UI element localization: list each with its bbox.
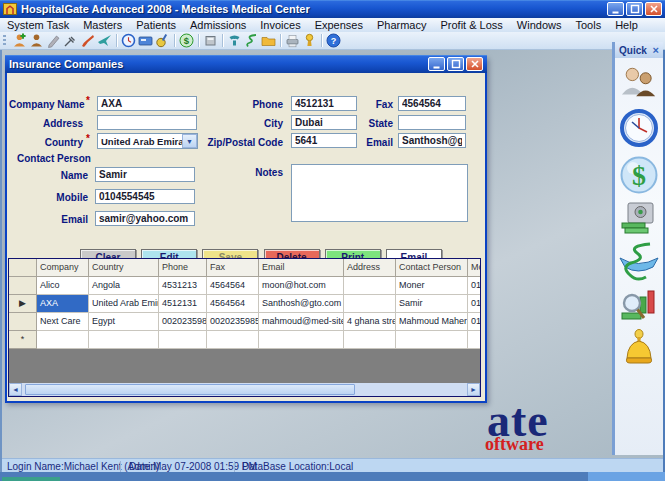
state-input[interactable] bbox=[398, 115, 466, 130]
grid-column-header-email[interactable]: Email bbox=[259, 259, 344, 277]
scroll-right-arrow-icon[interactable]: ► bbox=[467, 383, 480, 396]
grid-cell[interactable]: mahmoud@med-sites.com bbox=[259, 313, 344, 331]
grid-column-header-company[interactable]: Company bbox=[37, 259, 89, 277]
grid-cell[interactable]: Mahmoud Maher Emam bbox=[396, 313, 468, 331]
window-minimize-button[interactable] bbox=[607, 2, 624, 16]
chevron-down-icon[interactable]: ▼ bbox=[182, 134, 197, 148]
window-close-button[interactable] bbox=[645, 2, 662, 16]
quick-reports-icon[interactable] bbox=[619, 289, 659, 321]
grid-column-header-country[interactable]: Country bbox=[89, 259, 159, 277]
contact-email-input[interactable] bbox=[95, 211, 195, 226]
grid-cell-empty[interactable] bbox=[89, 331, 159, 349]
phone-input[interactable] bbox=[291, 96, 357, 111]
grid-cell[interactable]: Samir bbox=[396, 295, 468, 313]
dialog-minimize-button[interactable] bbox=[428, 57, 445, 71]
window-maximize-button[interactable] bbox=[626, 2, 643, 16]
grid-cell[interactable]: 00202359855 bbox=[159, 313, 207, 331]
menu-item-patients[interactable]: Patients bbox=[129, 19, 183, 31]
quick-clock-icon[interactable] bbox=[619, 107, 659, 149]
grid-cell-empty[interactable] bbox=[37, 331, 89, 349]
notes-textarea[interactable] bbox=[291, 164, 468, 222]
toolbar-beds-icon[interactable] bbox=[137, 33, 154, 49]
address-input[interactable] bbox=[97, 115, 197, 130]
grid-cell[interactable] bbox=[344, 277, 396, 295]
zip-postal-code-input[interactable] bbox=[291, 133, 357, 148]
country-select[interactable]: United Arab Emirates ▼ bbox=[97, 133, 198, 149]
grid-cell[interactable]: Next Care bbox=[37, 313, 89, 331]
grid-cell[interactable]: Alico bbox=[37, 277, 89, 295]
toolbar-grip[interactable] bbox=[3, 35, 6, 47]
grid-row-selector[interactable] bbox=[9, 313, 37, 331]
grid-horizontal-scrollbar[interactable]: ◄ ► bbox=[9, 383, 480, 396]
toolbar-edit-icon[interactable] bbox=[45, 33, 62, 49]
dialog-maximize-button[interactable] bbox=[447, 57, 464, 71]
quick-cashbox-icon[interactable] bbox=[619, 201, 659, 235]
menu-item-expenses[interactable]: Expenses bbox=[308, 19, 370, 31]
grid-cell-empty[interactable] bbox=[344, 331, 396, 349]
grid-cell[interactable]: 01 bbox=[468, 313, 481, 331]
contact-mobile-input[interactable] bbox=[95, 189, 195, 204]
menu-item-tools[interactable]: Tools bbox=[568, 19, 608, 31]
toolbar-clock-icon[interactable] bbox=[120, 33, 137, 49]
toolbar-transfer-icon[interactable] bbox=[96, 33, 113, 49]
grid-cell[interactable]: 4564564 bbox=[207, 295, 259, 313]
grid-cell[interactable]: 4531213 bbox=[159, 277, 207, 295]
contact-name-input[interactable] bbox=[95, 167, 195, 182]
grid-row-selector[interactable]: ▶ bbox=[9, 295, 37, 313]
fax-input[interactable] bbox=[398, 96, 466, 111]
company-name-input[interactable] bbox=[97, 96, 197, 111]
quick-panel-close-icon[interactable]: × bbox=[653, 44, 659, 56]
toolbar-billing-dollar-icon[interactable]: $ bbox=[178, 33, 195, 49]
grid-cell[interactable]: 4512131 bbox=[159, 295, 207, 313]
grid-column-header-mobile[interactable]: Mobile bbox=[468, 259, 481, 277]
toolbar-add-patient-icon[interactable] bbox=[11, 33, 28, 49]
grid-cell[interactable]: Santhosh@gto.com bbox=[259, 295, 344, 313]
grid-cell[interactable]: Angola bbox=[89, 277, 159, 295]
grid-cell-empty[interactable] bbox=[468, 331, 481, 349]
grid-cell[interactable]: Egypt bbox=[89, 313, 159, 331]
menu-item-invoices[interactable]: Invoices bbox=[253, 19, 307, 31]
toolbar-lab-icon[interactable] bbox=[154, 33, 171, 49]
toolbar-folder-icon[interactable] bbox=[260, 33, 277, 49]
menu-item-windows[interactable]: Windows bbox=[510, 19, 569, 31]
grid-cell[interactable]: 01 bbox=[468, 295, 481, 313]
grid-cell[interactable]: 4 ghana street bbox=[344, 313, 396, 331]
toolbar-brush-icon[interactable] bbox=[79, 33, 96, 49]
grid-new-row-selector[interactable]: * bbox=[9, 331, 37, 349]
grid-column-header-contact-person[interactable]: Contact Person bbox=[396, 259, 468, 277]
grid-cell[interactable]: Moner bbox=[396, 277, 468, 295]
toolbar-help-icon[interactable]: ? bbox=[325, 33, 342, 49]
grid-cell-empty[interactable] bbox=[159, 331, 207, 349]
grid-cell[interactable]: AXA bbox=[37, 295, 89, 313]
toolbar-syringe-icon[interactable] bbox=[62, 33, 79, 49]
grid-cell[interactable] bbox=[344, 295, 396, 313]
quick-pharmacy-icon[interactable] bbox=[616, 240, 662, 284]
menu-item-system-task[interactable]: System Task bbox=[0, 19, 76, 31]
quick-finance-dollar-icon[interactable]: $ bbox=[619, 154, 659, 196]
toolbar-calculator-icon[interactable] bbox=[202, 33, 219, 49]
menu-item-masters[interactable]: Masters bbox=[76, 19, 129, 31]
grid-cell[interactable]: United Arab Emirates bbox=[89, 295, 159, 313]
menu-item-pharmacy[interactable]: Pharmacy bbox=[370, 19, 434, 31]
dialog-close-button[interactable] bbox=[466, 57, 483, 71]
email-input[interactable] bbox=[398, 133, 466, 148]
toolbar-pharmacy-icon[interactable] bbox=[243, 33, 260, 49]
scroll-left-arrow-icon[interactable]: ◄ bbox=[9, 383, 22, 396]
grid-column-header-fax[interactable]: Fax bbox=[207, 259, 259, 277]
quick-staff-icon[interactable] bbox=[619, 64, 659, 102]
city-input[interactable] bbox=[291, 115, 357, 130]
grid-cell-empty[interactable] bbox=[396, 331, 468, 349]
grid-cell[interactable]: 01 bbox=[468, 277, 481, 295]
grid-cell-empty[interactable] bbox=[207, 331, 259, 349]
toolbar-phone-icon[interactable] bbox=[226, 33, 243, 49]
menu-item-help[interactable]: Help bbox=[608, 19, 645, 31]
grid-column-header-address[interactable]: Address bbox=[344, 259, 396, 277]
grid-cell[interactable]: 002023598554 bbox=[207, 313, 259, 331]
grid-cell[interactable]: moon@hot.com bbox=[259, 277, 344, 295]
grid-cell[interactable]: 4564564 bbox=[207, 277, 259, 295]
menu-item-admissions[interactable]: Admissions bbox=[183, 19, 253, 31]
menu-item-profit-loss[interactable]: Profit & Loss bbox=[433, 19, 509, 31]
grid-row-selector[interactable] bbox=[9, 277, 37, 295]
dialog-titlebar[interactable]: Insurance Companies bbox=[5, 55, 487, 73]
quick-bell-icon[interactable] bbox=[619, 326, 659, 366]
